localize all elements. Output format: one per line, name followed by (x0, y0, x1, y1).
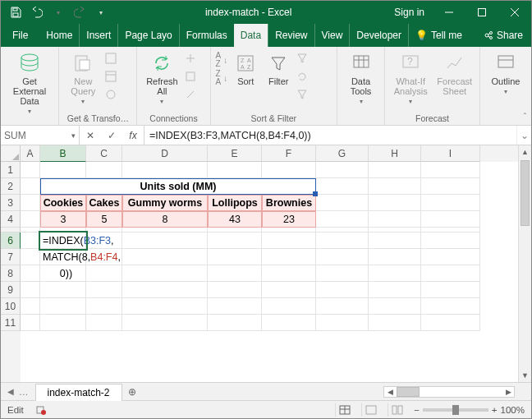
cell[interactable] (421, 315, 480, 331)
sheet-tab-overflow[interactable]: … (19, 387, 29, 397)
row-header-7[interactable]: 7 (1, 249, 21, 265)
recent-sources-button[interactable] (105, 86, 117, 103)
formula-input[interactable] (144, 126, 516, 145)
cell[interactable] (40, 162, 86, 178)
cell[interactable] (316, 178, 369, 195)
collapse-ribbon-icon[interactable]: ˆ (524, 113, 526, 122)
name-box[interactable]: ▾ (1, 126, 80, 145)
cancel-formula-button[interactable]: ✕ (80, 130, 101, 141)
cell[interactable] (208, 249, 262, 265)
cell[interactable] (369, 265, 421, 282)
cell[interactable] (369, 162, 421, 178)
enter-formula-button[interactable]: ✓ (101, 130, 122, 141)
data-tools-button[interactable]: Data Tools ▾ (342, 50, 379, 105)
row-header-1[interactable]: 1 (1, 162, 21, 178)
column-header-D[interactable]: D (122, 145, 208, 162)
select-all-corner[interactable] (1, 145, 21, 162)
sort-button[interactable]: ZAAZ Sort (231, 50, 260, 86)
cell[interactable] (21, 298, 40, 315)
filter-button[interactable]: Filter (264, 50, 293, 86)
cell[interactable] (86, 282, 122, 298)
cell[interactable] (316, 162, 369, 178)
row-header-11[interactable]: 11 (1, 315, 21, 331)
cell[interactable] (316, 211, 369, 228)
cell[interactable]: MATCH(8,B4:F4, (40, 249, 86, 265)
tab-developer[interactable]: Developer (349, 24, 408, 47)
name-box-input[interactable] (4, 130, 53, 141)
cell[interactable] (421, 178, 480, 195)
from-table-button[interactable] (105, 68, 117, 85)
cell[interactable] (262, 315, 316, 331)
cell[interactable] (316, 298, 369, 315)
page-break-view-button[interactable] (388, 403, 406, 417)
cell[interactable] (262, 249, 316, 265)
cell[interactable] (421, 211, 480, 228)
scroll-up-icon[interactable]: ▲ (519, 145, 531, 159)
tab-insert[interactable]: Insert (79, 24, 117, 47)
row-header-10[interactable]: 10 (1, 298, 21, 315)
cell[interactable]: 0)) (40, 265, 86, 282)
cell[interactable] (122, 315, 208, 331)
refresh-all-button[interactable]: Refresh All ▾ (142, 50, 181, 105)
properties-button[interactable] (185, 68, 196, 85)
undo-icon[interactable] (27, 2, 47, 22)
cell[interactable] (21, 162, 40, 178)
cell[interactable] (21, 178, 40, 195)
cell[interactable] (369, 195, 421, 211)
cell-header[interactable]: Gummy worms (122, 195, 208, 211)
cell[interactable] (40, 282, 86, 298)
share-button[interactable]: Share (475, 24, 531, 47)
expand-formula-bar-icon[interactable]: ⌄ (516, 126, 531, 145)
maximize-button[interactable] (466, 1, 498, 24)
cell[interactable] (21, 233, 40, 249)
cell[interactable] (316, 315, 369, 331)
cell-title-merged[interactable]: Units sold (MM) (40, 178, 316, 195)
cell[interactable] (208, 298, 262, 315)
cell[interactable] (122, 233, 208, 249)
clear-filter-button[interactable] (296, 50, 308, 67)
cell[interactable] (421, 162, 480, 178)
save-icon[interactable] (6, 2, 25, 22)
cell[interactable] (421, 282, 480, 298)
cell[interactable] (21, 282, 40, 298)
cell-value[interactable]: 8 (122, 211, 208, 228)
cell[interactable] (316, 282, 369, 298)
qat-customise-icon[interactable]: ▾ (91, 2, 111, 22)
add-sheet-button[interactable]: ⊕ (122, 383, 142, 400)
reapply-button[interactable] (296, 68, 308, 85)
cell[interactable] (369, 249, 421, 265)
zoom-out-icon[interactable]: − (414, 405, 420, 415)
cell[interactable] (262, 265, 316, 282)
cell[interactable] (421, 195, 480, 211)
sheet-tab-active[interactable]: index-match-2 (35, 384, 122, 401)
cell[interactable] (122, 298, 208, 315)
split-handle[interactable] (518, 383, 531, 400)
cell[interactable] (86, 265, 122, 282)
cell[interactable] (86, 298, 122, 315)
column-header-C[interactable]: C (86, 145, 122, 162)
prev-sheet-icon[interactable]: ◀ (7, 387, 14, 396)
cell-header[interactable]: Brownies (262, 195, 316, 211)
cell[interactable] (316, 249, 369, 265)
cell[interactable] (86, 162, 122, 178)
cell[interactable] (122, 282, 208, 298)
outline-button[interactable]: Outline ▾ (485, 50, 526, 95)
row-header-8[interactable]: 8 (1, 265, 21, 282)
cell[interactable] (21, 249, 40, 265)
cell[interactable] (316, 265, 369, 282)
cell-value[interactable]: 3 (40, 211, 86, 228)
sort-desc-button[interactable]: ZA↓ (216, 70, 228, 86)
tab-data[interactable]: Data (234, 24, 268, 47)
tab-page-layout[interactable]: Page Layo (117, 24, 178, 47)
page-layout-view-button[interactable] (361, 403, 379, 417)
macro-record-icon[interactable] (35, 404, 47, 416)
row-header-2[interactable]: 2 (1, 178, 21, 195)
column-header-F[interactable]: F (262, 145, 316, 162)
cell[interactable] (122, 265, 208, 282)
tab-formulas[interactable]: Formulas (179, 24, 234, 47)
tell-me[interactable]: 💡 Tell me (408, 24, 469, 47)
column-header-E[interactable]: E (208, 145, 262, 162)
edit-links-button[interactable] (185, 86, 196, 103)
cell[interactable] (369, 211, 421, 228)
cell[interactable] (122, 162, 208, 178)
